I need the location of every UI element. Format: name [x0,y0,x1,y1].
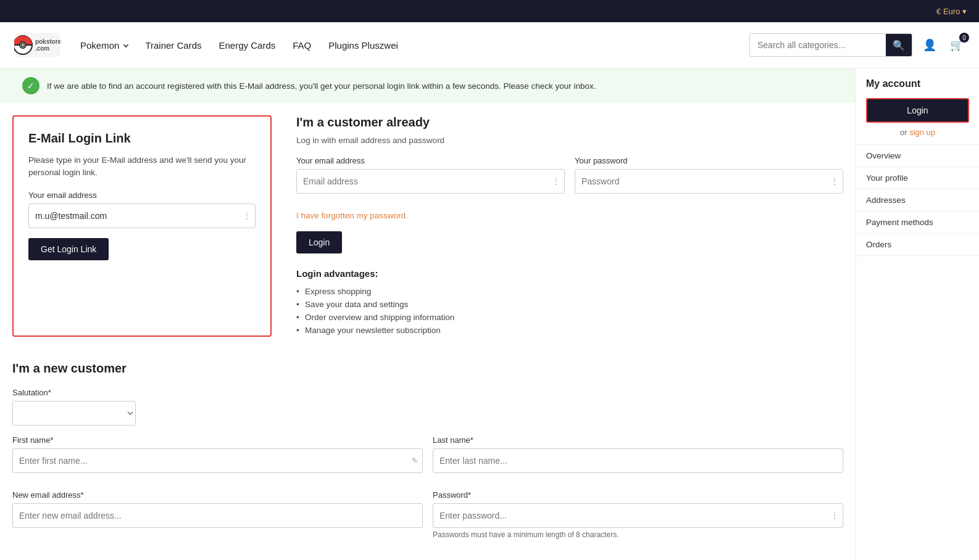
content-area: ✓ If we are able to find an account regi… [0,68,856,560]
success-icon: ✓ [22,77,40,94]
first-name-label: First name* [12,435,423,445]
new-password-group: Password* ⋮ Passwords must have a minimu… [433,490,843,539]
currency-selector[interactable]: € Euro ▾ [936,7,967,16]
login-email-input[interactable] [296,169,565,194]
advantage-item-2: Save your data and settings [296,298,843,311]
new-email-label: New email address* [12,490,423,500]
search-icon: 🔍 [893,39,905,51]
sidebar-item-addresses[interactable]: Addresses [856,189,979,212]
email-login-title: E-Mail Login Link [28,131,256,146]
sidebar-item-profile[interactable]: Your profile [856,167,979,189]
new-password-input-wrapper: ⋮ [433,503,843,528]
cart-badge: 0 [959,33,969,43]
sidebar-or-text: or sign up [856,128,979,137]
sidebar-title: My account [856,78,979,98]
notification-banner: ✓ If we are able to find an account regi… [0,68,856,103]
email-login-description: Please type in your E-Mail address and w… [28,154,256,179]
user-icon: 👤 [923,38,936,52]
new-customer-title: I'm a new customer [12,361,843,376]
svg-point-3 [21,44,24,47]
nav-item-trainer-cards[interactable]: Trainer Cards [145,40,201,51]
advantages-list: Express shopping Save your data and sett… [296,285,843,337]
email-label: Your email address [28,191,256,200]
login-button[interactable]: Login [296,231,342,253]
two-col-layout: E-Mail Login Link Please type in your E-… [12,115,843,337]
email-password-row: New email address* Password* ⋮ Passwords… [12,490,843,548]
login-email-label: Your email address [296,156,565,165]
sidebar: My account Login or sign up Overview You… [856,68,979,560]
nav-item-plugins[interactable]: Plugins Pluszwei [328,40,398,51]
pokemon-dropdown-icon [123,43,128,47]
sidebar-item-overview[interactable]: Overview [856,145,979,167]
first-name-group: First name* ✎ [12,435,423,473]
nav-item-pokemon[interactable]: Pokemon [80,40,128,51]
advantage-item-4: Manage your newsletter subscription [296,324,843,337]
login-email-input-wrapper: ⋮ [296,169,565,194]
sidebar-sign-up-link[interactable]: sign up [909,128,935,137]
login-advantages: Login advantages: Express shopping Save … [296,268,843,337]
login-password-group: Your password ⋮ [575,156,843,194]
customer-login-title: I'm a customer already [296,115,843,130]
login-password-input-wrapper: ⋮ [575,169,843,194]
first-name-input[interactable] [12,448,423,473]
forgot-password-link[interactable]: I have forgotten my password. [296,211,843,220]
logo[interactable]: pokstore.com [12,30,62,60]
account-icon[interactable]: 👤 [920,35,939,55]
sidebar-item-payment[interactable]: Payment methods [856,212,979,234]
logo-image: pokstore.com [14,33,60,57]
header-right: 🔍 👤 🛒 0 [749,33,967,57]
last-name-input[interactable] [433,448,843,473]
cart-icon-wrapper[interactable]: 🛒 0 [947,35,967,55]
top-bar: € Euro ▾ [0,0,979,22]
nav-item-energy-cards[interactable]: Energy Cards [219,40,276,51]
last-name-label: Last name* [433,435,843,445]
new-email-group: New email address* [12,490,423,539]
salutation-group: Salutation* Mr. Mrs. Ms. Diverse [12,388,843,426]
search-bar: 🔍 [749,33,912,57]
sidebar-item-orders[interactable]: Orders [856,234,979,256]
first-name-input-wrapper: ✎ [12,448,423,473]
main-nav: Pokemon Trainer Cards Energy Cards FAQ P… [80,40,731,51]
advantage-item-1: Express shopping [296,285,843,298]
login-password-input[interactable] [575,169,843,194]
pokeball-icon [14,35,33,55]
customer-login-subtitle: Log in with email address and password [296,136,843,145]
get-login-link-button[interactable]: Get Login Link [28,238,109,260]
notification-text: If we are able to find an account regist… [47,81,596,91]
customer-login-section: I'm a customer already Log in with email… [296,115,843,337]
new-password-label: Password* [433,490,843,500]
new-email-input[interactable] [12,503,423,528]
search-input[interactable] [750,40,886,50]
new-customer-section: I'm a new customer Salutation* Mr. Mrs. … [12,361,843,548]
email-input[interactable] [28,204,256,228]
login-form-row: Your email address ⋮ Your password ⋮ [296,156,843,202]
main-container: ✓ If we are able to find an account regi… [0,68,979,560]
sidebar-nav: Overview Your profile Addresses Payment … [856,144,979,256]
salutation-select[interactable]: Mr. Mrs. Ms. Diverse [12,401,136,426]
login-password-label: Your password [575,156,843,165]
salutation-label: Salutation* [12,388,843,397]
login-email-group: Your email address ⋮ [296,156,565,194]
nav-item-faq[interactable]: FAQ [293,40,311,51]
last-name-group: Last name* [433,435,843,473]
advantage-item-3: Order overview and shipping information [296,311,843,324]
password-hint: Passwords must have a minimum length of … [433,530,843,539]
new-password-input[interactable] [433,503,843,528]
email-login-box: E-Mail Login Link Please type in your E-… [12,115,272,337]
sidebar-login-button[interactable]: Login [866,98,969,123]
name-row: First name* ✎ Last name* [12,435,843,482]
search-button[interactable]: 🔍 [886,33,912,57]
email-input-wrapper: ⋮ [28,204,256,228]
header: pokstore.com Pokemon Trainer Cards Energ… [0,22,979,68]
advantages-title: Login advantages: [296,268,843,279]
